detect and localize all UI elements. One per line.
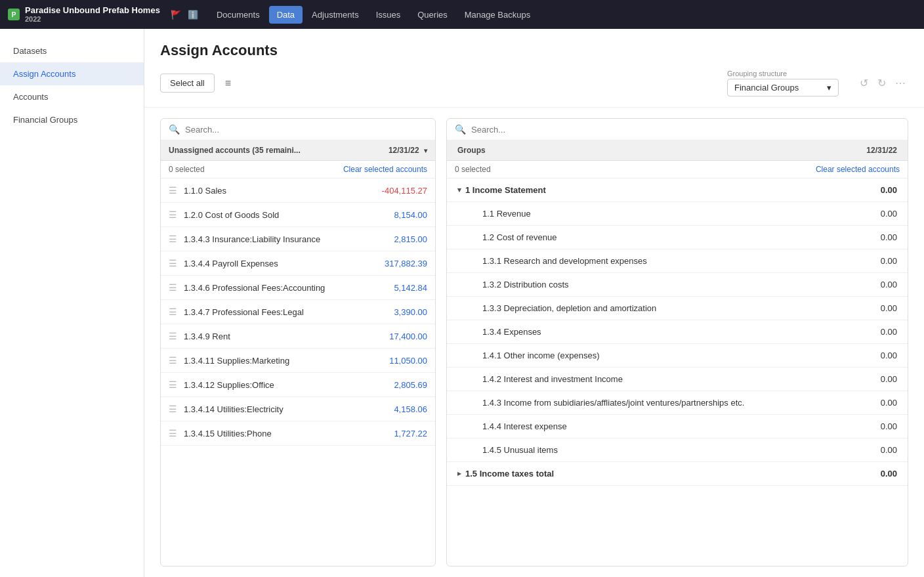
group-item[interactable]: 1.1 Revenue 0.00 xyxy=(447,202,908,226)
account-item[interactable]: ☰ 1.3.4.9 Rent 17,400.00 xyxy=(161,324,435,349)
expand-icon: ▸ xyxy=(457,469,461,478)
account-name: 1.3.4.15 Utilities:Phone xyxy=(184,429,387,438)
group-name: 1.1 Revenue xyxy=(482,209,864,219)
account-item[interactable]: ☰ 1.3.4.14 Utilities:Electricity 4,158.0… xyxy=(161,397,435,421)
account-name: 1.1.0 Sales xyxy=(184,186,375,196)
account-item[interactable]: ☰ 1.3.4.3 Insurance:Liability Insurance … xyxy=(161,227,435,251)
account-item[interactable]: ☰ 1.3.4.7 Professional Fees:Legal 3,390.… xyxy=(161,300,435,324)
left-clear-button[interactable]: Clear selected accounts xyxy=(343,165,427,174)
drag-handle-icon: ☰ xyxy=(169,185,177,196)
account-item[interactable]: ☰ 1.3.4.4 Payroll Expenses 317,882.39 xyxy=(161,251,435,276)
group-item[interactable]: 1.2 Cost of revenue 0.00 xyxy=(447,226,908,249)
drag-handle-icon: ☰ xyxy=(169,282,177,293)
group-item[interactable]: ▸ 1.5 Income taxes total 0.00 xyxy=(447,462,908,486)
group-item[interactable]: 1.4.4 Interest expense 0.00 xyxy=(447,415,908,438)
left-selected-count: 0 selected xyxy=(169,165,205,174)
flag-icon[interactable]: 🚩 xyxy=(171,10,181,20)
groups-label: Groups xyxy=(457,146,486,155)
redo-button[interactable]: ↻ xyxy=(875,74,889,92)
account-value: 11,050.00 xyxy=(389,356,427,366)
nav-issues[interactable]: Issues xyxy=(368,6,409,24)
filter-icon-button[interactable]: ≡ xyxy=(222,75,234,92)
group-name: 1 Income Statement xyxy=(465,185,864,195)
group-name: 1.3.1 Research and development expenses xyxy=(482,256,864,266)
chevron-down-icon: ▾ xyxy=(827,83,831,93)
main-content: Assign Accounts Select all ≡ Grouping st… xyxy=(144,29,924,577)
unassigned-accounts-label: Unassigned accounts (35 remaini... xyxy=(169,146,301,155)
select-all-button[interactable]: Select all xyxy=(160,74,215,93)
account-item[interactable]: ☰ 1.3.4.6 Professional Fees:Accounting 5… xyxy=(161,276,435,300)
group-item[interactable]: 1.4.3 Income from subidiaries/affliates/… xyxy=(447,391,908,415)
group-value: 0.00 xyxy=(864,421,897,431)
group-item[interactable]: ▾ 1 Income Statement 0.00 xyxy=(447,179,908,202)
account-value: 2,815.00 xyxy=(394,234,427,244)
panels: 🔍 Unassigned accounts (35 remaini... 12/… xyxy=(144,108,924,577)
left-selection-bar: 0 selected Clear selected accounts xyxy=(161,161,435,179)
account-item[interactable]: ☰ 1.2.0 Cost of Goods Sold 8,154.00 xyxy=(161,203,435,227)
right-panel: 🔍 Groups 12/31/22 0 selected Clear selec… xyxy=(446,118,908,566)
page-header: Assign Accounts Select all ≡ Grouping st… xyxy=(144,29,924,108)
left-search-input[interactable] xyxy=(185,125,427,135)
account-value: 317,882.39 xyxy=(385,259,427,268)
nav-adjustments[interactable]: Adjustments xyxy=(304,6,367,24)
sidebar-item-accounts[interactable]: Accounts xyxy=(0,85,144,108)
left-search-icon: 🔍 xyxy=(169,124,180,135)
groups-list: ▾ 1 Income Statement 0.00 1.1 Revenue 0.… xyxy=(447,179,908,566)
right-selected-count: 0 selected xyxy=(455,165,491,174)
drag-handle-icon: ☰ xyxy=(169,428,177,438)
grouping-value: Financial Groups xyxy=(734,83,799,93)
nav-manage-backups[interactable]: Manage Backups xyxy=(457,6,538,24)
group-value: 0.00 xyxy=(864,303,897,313)
group-item[interactable]: 1.4.2 Interest and investment Income 0.0… xyxy=(447,368,908,391)
account-value: 3,390.00 xyxy=(394,307,427,317)
right-clear-button[interactable]: Clear selected accounts xyxy=(816,165,900,174)
group-item[interactable]: 1.4.5 Unusual items 0.00 xyxy=(447,438,908,462)
account-name: 1.3.4.3 Insurance:Liability Insurance xyxy=(184,234,387,244)
info-icon[interactable]: ℹ️ xyxy=(188,10,198,20)
sidebar-item-datasets[interactable]: Datasets xyxy=(0,39,144,62)
grouping-select[interactable]: Financial Groups ▾ xyxy=(727,79,839,96)
account-name: 1.3.4.14 Utilities:Electricity xyxy=(184,404,387,414)
account-value: 5,142.84 xyxy=(394,283,427,293)
app-title-year: 2022 xyxy=(25,15,160,24)
group-name: 1.4.3 Income from subidiaries/affliates/… xyxy=(482,398,864,408)
account-item[interactable]: ☰ 1.3.4.11 Supplies:Marketing 11,050.00 xyxy=(161,349,435,373)
right-search-input[interactable] xyxy=(471,125,900,135)
account-list: ☰ 1.1.0 Sales -404,115.27 ☰ 1.2.0 Cost o… xyxy=(161,179,435,566)
nav-data[interactable]: Data xyxy=(269,6,303,24)
group-item[interactable]: 1.4.1 Other income (expenses) 0.00 xyxy=(447,344,908,368)
right-search-bar: 🔍 xyxy=(447,119,908,140)
group-item[interactable]: 1.3.3 Depreciation, depletion and amorti… xyxy=(447,297,908,320)
account-value: 4,158.06 xyxy=(394,404,427,414)
account-value: 17,400.00 xyxy=(389,331,427,341)
right-search-icon: 🔍 xyxy=(455,124,466,135)
account-value: -404,115.27 xyxy=(382,186,427,196)
undo-button[interactable]: ↺ xyxy=(857,74,871,92)
app-logo-icon: P xyxy=(8,9,20,20)
nav-queries[interactable]: Queries xyxy=(410,6,455,24)
drag-handle-icon: ☰ xyxy=(169,355,177,366)
left-subheader-date: 12/31/22 ▾ xyxy=(388,146,427,155)
app-title-name: Paradise Unbound Prefab Homes xyxy=(25,5,160,16)
drag-handle-icon: ☰ xyxy=(169,209,177,220)
group-item[interactable]: 1.3.2 Distribution costs 0.00 xyxy=(447,273,908,297)
account-name: 1.3.4.12 Supplies:Office xyxy=(184,380,387,390)
group-value: 0.00 xyxy=(864,185,897,195)
drag-handle-icon: ☰ xyxy=(169,258,177,268)
sidebar: Datasets Assign Accounts Accounts Financ… xyxy=(0,29,144,577)
group-item[interactable]: 1.3.1 Research and development expenses … xyxy=(447,249,908,273)
left-chevron-icon: ▾ xyxy=(424,147,427,154)
group-item[interactable]: 1.3.4 Expenses 0.00 xyxy=(447,320,908,344)
undo-icon: ↺ xyxy=(860,77,868,89)
account-item[interactable]: ☰ 1.3.4.15 Utilities:Phone 1,727.22 xyxy=(161,421,435,446)
group-value: 0.00 xyxy=(864,445,897,455)
account-item[interactable]: ☰ 1.3.4.12 Supplies:Office 2,805.69 xyxy=(161,373,435,397)
account-item[interactable]: ☰ 1.1.0 Sales -404,115.27 xyxy=(161,179,435,203)
sidebar-item-financial-groups[interactable]: Financial Groups xyxy=(0,108,144,131)
app-body: Datasets Assign Accounts Accounts Financ… xyxy=(0,29,924,577)
nav-icons: 🚩 ℹ️ xyxy=(171,10,198,20)
sidebar-item-assign-accounts[interactable]: Assign Accounts xyxy=(0,62,144,85)
nav-documents[interactable]: Documents xyxy=(209,6,268,24)
more-options-button[interactable]: ⋯ xyxy=(892,74,908,92)
group-value: 0.00 xyxy=(864,256,897,266)
